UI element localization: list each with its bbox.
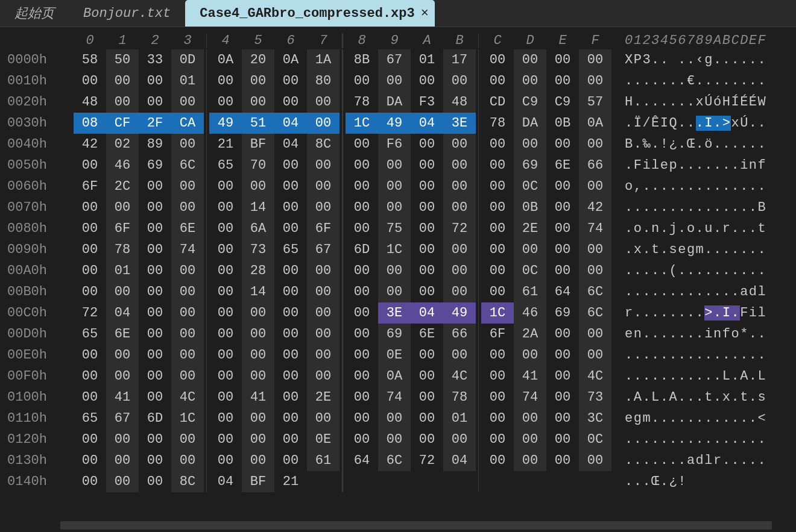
hex-byte[interactable]: 00 [242,429,274,450]
hex-byte[interactable]: 00 [74,218,106,239]
hex-byte[interactable]: 00 [106,366,139,387]
hex-byte[interactable]: BF [242,134,274,155]
hex-byte[interactable]: 61 [307,450,340,471]
hex-byte[interactable]: 0B [546,113,579,134]
hex-byte[interactable]: 1C [346,113,378,134]
hex-byte[interactable]: 21 [209,134,242,155]
hex-byte[interactable]: 46 [106,155,139,176]
hex-byte[interactable]: 00 [378,281,411,302]
hex-byte[interactable]: 00 [411,134,443,155]
hex-byte[interactable]: 00 [74,450,106,471]
hex-byte[interactable]: 00 [209,345,242,366]
hex-byte[interactable]: 00 [274,218,307,239]
hex-byte[interactable]: 02 [106,134,139,155]
hex-byte[interactable]: 0D [171,49,204,70]
close-icon[interactable]: × [421,6,429,21]
hex-row[interactable]: 0120h000000000000000E000000000000000C...… [5,429,796,450]
hex-byte[interactable]: CD [481,92,514,113]
hex-byte[interactable]: 48 [74,92,106,113]
hex-byte[interactable]: 00 [242,450,274,471]
hex-byte[interactable]: 00 [411,155,443,176]
hex-byte[interactable]: 00 [307,197,340,218]
hex-byte[interactable]: 78 [481,113,514,134]
hex-row[interactable]: 0030h08CF2FCA495104001C49043E78DA0B0A.Ï/… [5,113,796,134]
ascii-cell[interactable]: ...............B [614,197,766,218]
hex-byte[interactable]: 00 [209,218,242,239]
horizontal-scrollbar[interactable] [60,521,772,530]
ascii-cell[interactable]: .....(.......... [614,260,766,281]
hex-row[interactable]: 00B0h0000000000140000000000000061646C...… [5,281,796,302]
hex-byte[interactable]: 00 [171,176,204,197]
hex-byte[interactable]: 00 [139,387,171,408]
hex-byte[interactable]: 00 [74,260,106,281]
hex-byte[interactable]: 00 [139,366,171,387]
hex-byte[interactable]: 00 [514,345,546,366]
hex-byte[interactable]: 61 [514,281,546,302]
hex-byte[interactable]: 2E [514,218,546,239]
hex-byte[interactable]: 00 [411,70,443,92]
ascii-cell[interactable]: B.‰.!¿.Œ.ö...... [614,134,766,155]
hex-byte[interactable]: 67 [378,49,411,70]
hex-byte[interactable]: 04 [274,134,307,155]
hex-byte[interactable]: 00 [346,324,378,345]
hex-byte[interactable]: F3 [411,92,443,113]
hex-byte[interactable]: 89 [139,134,171,155]
hex-byte[interactable]: 00 [411,366,443,387]
ascii-cell[interactable]: o,.............. [614,176,766,197]
hex-byte[interactable]: 04 [411,302,443,324]
hex-byte[interactable]: 00 [481,429,514,450]
hex-byte[interactable]: C9 [514,92,546,113]
hex-byte[interactable]: 00 [274,345,307,366]
hex-byte[interactable]: 00 [242,302,274,324]
hex-byte[interactable]: 00 [307,302,340,324]
hex-byte[interactable]: 41 [106,387,139,408]
hex-byte[interactable]: 00 [443,197,476,218]
hex-byte[interactable] [307,471,340,492]
hex-byte[interactable]: 0A [209,49,242,70]
hex-byte[interactable]: 00 [171,450,204,471]
hex-byte[interactable]: 00 [139,92,171,113]
hex-byte[interactable]: 00 [481,218,514,239]
hex-byte[interactable]: 00 [209,429,242,450]
hex-byte[interactable]: 00 [74,471,106,492]
hex-byte[interactable]: 00 [378,260,411,281]
hex-byte[interactable]: 6E [171,218,204,239]
hex-byte[interactable]: 41 [242,387,274,408]
hex-byte[interactable]: 00 [514,239,546,260]
hex-byte[interactable]: 00 [74,197,106,218]
hex-byte[interactable]: 00 [274,302,307,324]
hex-byte[interactable]: 01 [443,408,476,429]
hex-byte[interactable]: 00 [411,239,443,260]
hex-byte[interactable]: 1C [378,239,411,260]
hex-byte[interactable]: 00 [378,197,411,218]
hex-byte[interactable] [346,471,378,492]
hex-byte[interactable]: 64 [546,281,579,302]
hex-byte[interactable]: 00 [346,260,378,281]
hex-byte[interactable]: 6F [74,176,106,197]
hex-byte[interactable]: 2A [514,324,546,345]
ascii-cell[interactable]: ................ [614,429,766,450]
hex-byte[interactable]: 00 [74,387,106,408]
hex-byte[interactable]: 00 [139,218,171,239]
hex-byte[interactable]: 00 [274,197,307,218]
hex-byte[interactable]: 00 [546,366,579,387]
hex-byte[interactable]: 74 [378,387,411,408]
hex-byte[interactable]: 00 [411,218,443,239]
hex-byte[interactable]: 08 [74,113,106,134]
hex-byte[interactable]: 00 [139,324,171,345]
hex-byte[interactable]: 00 [546,218,579,239]
hex-byte[interactable]: 4C [171,387,204,408]
hex-byte[interactable]: 6A [242,218,274,239]
hex-byte[interactable]: 01 [106,260,139,281]
hex-byte[interactable]: 17 [443,49,476,70]
hex-byte[interactable]: 6D [139,408,171,429]
hex-byte[interactable]: 8B [346,49,378,70]
ascii-cell[interactable]: .x.t.segm....... [614,239,766,260]
hex-row[interactable]: 0140h0000008C04BF21...Œ.¿! [5,471,796,492]
tab-bonjour-txt[interactable]: Bonjour.txt [69,0,185,27]
hex-byte[interactable]: 0A [579,113,611,134]
hex-byte[interactable]: 00 [481,366,514,387]
hex-byte[interactable]: 42 [74,134,106,155]
hex-byte[interactable]: 00 [242,324,274,345]
hex-byte[interactable]: 73 [242,239,274,260]
